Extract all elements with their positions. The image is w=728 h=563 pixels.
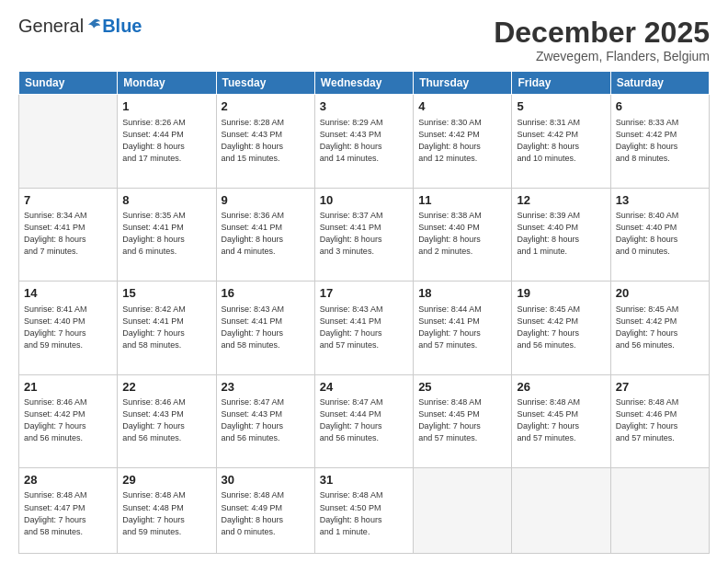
- day-number: 9: [222, 192, 310, 209]
- calendar-cell: 21Sunrise: 8:46 AM Sunset: 4:42 PM Dayli…: [19, 374, 118, 467]
- calendar-cell: 11Sunrise: 8:38 AM Sunset: 4:40 PM Dayli…: [414, 188, 512, 281]
- day-info: Sunrise: 8:39 AM Sunset: 4:40 PM Dayligh…: [517, 210, 605, 258]
- weekday-header-sunday: Sunday: [19, 72, 118, 95]
- day-number: 18: [418, 285, 506, 302]
- day-number: 7: [24, 192, 112, 209]
- day-info: Sunrise: 8:34 AM Sunset: 4:41 PM Dayligh…: [24, 210, 112, 258]
- day-number: 15: [122, 285, 210, 302]
- day-info: Sunrise: 8:43 AM Sunset: 4:41 PM Dayligh…: [222, 304, 310, 351]
- day-info: Sunrise: 8:48 AM Sunset: 4:49 PM Dayligh…: [222, 489, 310, 537]
- calendar-cell: 22Sunrise: 8:46 AM Sunset: 4:43 PM Dayli…: [118, 374, 216, 467]
- day-info: Sunrise: 8:43 AM Sunset: 4:41 PM Dayligh…: [320, 304, 408, 351]
- day-number: 23: [222, 379, 310, 396]
- day-number: 21: [24, 379, 112, 396]
- day-info: Sunrise: 8:47 AM Sunset: 4:43 PM Dayligh…: [222, 396, 310, 444]
- calendar-cell: 18Sunrise: 8:44 AM Sunset: 4:41 PM Dayli…: [414, 282, 512, 374]
- day-number: 13: [616, 192, 704, 209]
- day-info: Sunrise: 8:48 AM Sunset: 4:48 PM Dayligh…: [122, 489, 210, 537]
- day-info: Sunrise: 8:48 AM Sunset: 4:47 PM Dayligh…: [24, 489, 112, 537]
- day-number: 4: [418, 98, 506, 115]
- calendar-cell: 27Sunrise: 8:48 AM Sunset: 4:46 PM Dayli…: [610, 374, 709, 467]
- day-info: Sunrise: 8:48 AM Sunset: 4:45 PM Dayligh…: [517, 396, 605, 444]
- calendar-cell: 14Sunrise: 8:41 AM Sunset: 4:40 PM Dayli…: [19, 282, 118, 374]
- weekday-header-friday: Friday: [512, 72, 610, 95]
- day-number: 20: [616, 285, 704, 302]
- calendar-cell: 9Sunrise: 8:36 AM Sunset: 4:41 PM Daylig…: [216, 188, 314, 281]
- calendar-cell: [19, 95, 118, 188]
- logo-bird-icon: [85, 17, 102, 34]
- day-info: Sunrise: 8:42 AM Sunset: 4:41 PM Dayligh…: [122, 304, 210, 351]
- calendar-cell: 26Sunrise: 8:48 AM Sunset: 4:45 PM Dayli…: [512, 374, 610, 467]
- calendar-cell: 2Sunrise: 8:28 AM Sunset: 4:43 PM Daylig…: [216, 95, 314, 188]
- calendar-cell: 16Sunrise: 8:43 AM Sunset: 4:41 PM Dayli…: [216, 282, 314, 374]
- calendar-cell: 15Sunrise: 8:42 AM Sunset: 4:41 PM Dayli…: [118, 282, 216, 374]
- day-info: Sunrise: 8:46 AM Sunset: 4:43 PM Dayligh…: [122, 396, 210, 444]
- weekday-header-wednesday: Wednesday: [314, 72, 413, 95]
- calendar-cell: 31Sunrise: 8:48 AM Sunset: 4:50 PM Dayli…: [314, 467, 413, 553]
- calendar-week-row: 21Sunrise: 8:46 AM Sunset: 4:42 PM Dayli…: [19, 374, 710, 467]
- day-number: 2: [222, 98, 310, 115]
- day-info: Sunrise: 8:45 AM Sunset: 4:42 PM Dayligh…: [616, 304, 704, 351]
- calendar-cell: 29Sunrise: 8:48 AM Sunset: 4:48 PM Dayli…: [118, 467, 216, 553]
- calendar-cell: 1Sunrise: 8:26 AM Sunset: 4:44 PM Daylig…: [118, 95, 216, 188]
- calendar-cell: 12Sunrise: 8:39 AM Sunset: 4:40 PM Dayli…: [512, 188, 610, 281]
- day-number: 3: [320, 98, 408, 115]
- day-info: Sunrise: 8:45 AM Sunset: 4:42 PM Dayligh…: [517, 304, 605, 351]
- calendar-week-row: 14Sunrise: 8:41 AM Sunset: 4:40 PM Dayli…: [19, 282, 710, 374]
- day-number: 29: [122, 472, 210, 488]
- day-info: Sunrise: 8:48 AM Sunset: 4:50 PM Dayligh…: [320, 489, 408, 537]
- day-number: 8: [122, 192, 210, 209]
- calendar-cell: [610, 467, 709, 553]
- day-number: 31: [320, 472, 408, 488]
- calendar-cell: 7Sunrise: 8:34 AM Sunset: 4:41 PM Daylig…: [19, 188, 118, 281]
- calendar-cell: 6Sunrise: 8:33 AM Sunset: 4:42 PM Daylig…: [610, 95, 709, 188]
- calendar-cell: 28Sunrise: 8:48 AM Sunset: 4:47 PM Dayli…: [19, 467, 118, 553]
- day-info: Sunrise: 8:44 AM Sunset: 4:41 PM Dayligh…: [418, 304, 506, 351]
- day-number: 30: [222, 472, 310, 488]
- day-number: 26: [517, 379, 605, 396]
- calendar-cell: 24Sunrise: 8:47 AM Sunset: 4:44 PM Dayli…: [314, 374, 413, 467]
- calendar-cell: 25Sunrise: 8:48 AM Sunset: 4:45 PM Dayli…: [414, 374, 512, 467]
- calendar-cell: 5Sunrise: 8:31 AM Sunset: 4:42 PM Daylig…: [512, 95, 610, 188]
- day-number: 27: [616, 379, 704, 396]
- day-info: Sunrise: 8:36 AM Sunset: 4:41 PM Dayligh…: [222, 210, 310, 258]
- day-number: 1: [122, 98, 210, 115]
- header: General Blue December 2025 Zwevegem, Fla…: [18, 17, 710, 63]
- weekday-header-row: SundayMondayTuesdayWednesdayThursdayFrid…: [19, 72, 710, 95]
- day-number: 11: [418, 192, 506, 209]
- day-number: 19: [517, 285, 605, 302]
- weekday-header-tuesday: Tuesday: [216, 72, 314, 95]
- day-info: Sunrise: 8:33 AM Sunset: 4:42 PM Dayligh…: [616, 117, 704, 165]
- logo: General Blue: [18, 17, 142, 35]
- logo-general-text: General: [18, 17, 84, 35]
- day-number: 22: [122, 379, 210, 396]
- day-info: Sunrise: 8:28 AM Sunset: 4:43 PM Dayligh…: [222, 117, 310, 165]
- day-number: 28: [24, 472, 112, 488]
- calendar-cell: 20Sunrise: 8:45 AM Sunset: 4:42 PM Dayli…: [610, 282, 709, 374]
- day-number: 16: [222, 285, 310, 302]
- day-info: Sunrise: 8:47 AM Sunset: 4:44 PM Dayligh…: [320, 396, 408, 444]
- calendar-cell: 23Sunrise: 8:47 AM Sunset: 4:43 PM Dayli…: [216, 374, 314, 467]
- day-info: Sunrise: 8:41 AM Sunset: 4:40 PM Dayligh…: [24, 304, 112, 351]
- day-info: Sunrise: 8:31 AM Sunset: 4:42 PM Dayligh…: [517, 117, 605, 165]
- day-info: Sunrise: 8:38 AM Sunset: 4:40 PM Dayligh…: [418, 210, 506, 258]
- calendar-cell: 19Sunrise: 8:45 AM Sunset: 4:42 PM Dayli…: [512, 282, 610, 374]
- calendar-cell: [512, 467, 610, 553]
- day-info: Sunrise: 8:37 AM Sunset: 4:41 PM Dayligh…: [320, 210, 408, 258]
- day-number: 6: [616, 98, 704, 115]
- calendar-cell: 10Sunrise: 8:37 AM Sunset: 4:41 PM Dayli…: [314, 188, 413, 281]
- title-block: December 2025 Zwevegem, Flanders, Belgiu…: [494, 17, 710, 63]
- calendar-cell: 13Sunrise: 8:40 AM Sunset: 4:40 PM Dayli…: [610, 188, 709, 281]
- calendar-cell: 4Sunrise: 8:30 AM Sunset: 4:42 PM Daylig…: [414, 95, 512, 188]
- weekday-header-saturday: Saturday: [610, 72, 709, 95]
- calendar-week-row: 28Sunrise: 8:48 AM Sunset: 4:47 PM Dayli…: [19, 467, 710, 553]
- calendar-cell: 17Sunrise: 8:43 AM Sunset: 4:41 PM Dayli…: [314, 282, 413, 374]
- calendar-cell: [414, 467, 512, 553]
- day-info: Sunrise: 8:48 AM Sunset: 4:45 PM Dayligh…: [418, 396, 506, 444]
- day-number: 25: [418, 379, 506, 396]
- day-info: Sunrise: 8:26 AM Sunset: 4:44 PM Dayligh…: [122, 117, 210, 165]
- calendar-cell: 8Sunrise: 8:35 AM Sunset: 4:41 PM Daylig…: [118, 188, 216, 281]
- calendar-week-row: 1Sunrise: 8:26 AM Sunset: 4:44 PM Daylig…: [19, 95, 710, 188]
- weekday-header-thursday: Thursday: [414, 72, 512, 95]
- day-info: Sunrise: 8:48 AM Sunset: 4:46 PM Dayligh…: [616, 396, 704, 444]
